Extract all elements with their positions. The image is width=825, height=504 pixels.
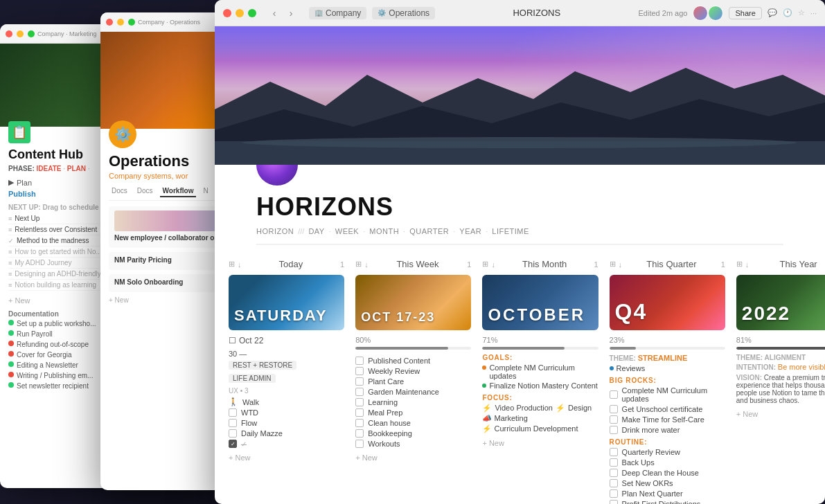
week-progress-fill — [355, 347, 448, 350]
tab-docs1[interactable]: Docs — [109, 186, 130, 197]
tab-ops-label: Operations — [389, 8, 429, 18]
nav-day[interactable]: DAY — [308, 227, 324, 235]
checkbox[interactable] — [355, 419, 364, 427]
routine-plan: Plan Next Quarter — [610, 489, 725, 498]
week-clean-house: Clean house — [355, 419, 471, 427]
focus-3: ⚡ Curriculum Development — [482, 424, 598, 433]
back-button[interactable]: ‹ — [267, 6, 281, 20]
checkbox-checked[interactable]: ✓ — [229, 440, 237, 448]
checkbox[interactable] — [355, 367, 364, 375]
week-garden: Garden Maintenance — [355, 388, 471, 396]
col-week-count: 1 — [467, 260, 471, 269]
checkbox[interactable] — [610, 405, 618, 413]
col-month: ⊞ ↓ This Month 1 OCTOBER 71% GOALS: Comp… — [482, 259, 598, 504]
mid-maximize-btn[interactable] — [128, 19, 135, 26]
main-close-btn[interactable] — [223, 9, 231, 17]
checkbox[interactable] — [355, 429, 364, 438]
tab-docs2[interactable]: Docs — [134, 186, 156, 197]
week-workouts: Workouts — [355, 440, 471, 448]
week-weekly-review: Weekly Review — [355, 367, 471, 375]
nav-quarter[interactable]: QUARTER — [409, 227, 449, 235]
col-quarter-icon[interactable]: ⊞ ↓ — [610, 260, 623, 269]
checkbox[interactable] — [229, 408, 237, 417]
checkbox[interactable] — [355, 440, 364, 448]
checkbox[interactable] — [610, 479, 618, 487]
checkbox[interactable] — [355, 408, 364, 417]
qr-self-care: Make Time for Self-Care — [610, 415, 725, 424]
checkbox[interactable] — [229, 429, 237, 438]
col-today-icon[interactable]: ⊞ ↓ — [229, 260, 242, 269]
back-minimize-btn[interactable] — [17, 30, 24, 37]
checkbox[interactable] — [610, 500, 618, 504]
mountains-svg — [215, 68, 825, 165]
more-icon[interactable]: ··· — [810, 9, 817, 17]
checkbox[interactable] — [610, 415, 618, 424]
mid-close-btn[interactable] — [106, 19, 113, 26]
back-maximize-btn[interactable] — [28, 30, 35, 37]
company-icon: 🏢 — [314, 9, 323, 17]
main-minimize-btn[interactable] — [236, 9, 244, 17]
nav-year[interactable]: YEAR — [459, 227, 481, 235]
week-plant-care: Plant Care — [355, 377, 471, 386]
main-maximize-btn[interactable] — [248, 9, 256, 17]
avatar-1 — [693, 6, 708, 21]
checkbox[interactable] — [229, 419, 237, 427]
month-progress-fill — [482, 347, 565, 350]
back-close-btn[interactable] — [6, 30, 12, 37]
phase-plan[interactable]: PLAN — [67, 165, 86, 172]
month-pct: 71% — [482, 336, 598, 344]
tab-operations[interactable]: ⚙️ Operations — [372, 7, 435, 19]
col-today-header: ⊞ ↓ Today 1 — [229, 259, 344, 269]
checkbox[interactable] — [610, 426, 618, 434]
forward-button[interactable]: › — [284, 6, 298, 20]
checkbox[interactable] — [610, 448, 618, 456]
checkbox[interactable] — [610, 458, 618, 467]
week-add-new[interactable]: + New — [355, 453, 471, 462]
qr-complete-nm: Complete NM Curriculum updates — [610, 386, 725, 403]
nav-week[interactable]: WEEK — [335, 227, 359, 235]
tab-n[interactable]: N — [200, 186, 211, 197]
col-year: ⊞ ↓ This Year 1 2022 81% THEME: ALIGNMEN… — [736, 259, 825, 504]
toolbar-icon-1[interactable]: 💬 — [768, 8, 777, 17]
col-month-count: 1 — [594, 260, 598, 269]
today-date: ☐Oct 22 — [229, 336, 344, 345]
tab-company[interactable]: 🏢 Company — [309, 7, 366, 19]
checkbox[interactable] — [355, 388, 364, 396]
nav-lifetime[interactable]: LIFETIME — [492, 227, 529, 235]
routine-profit: Profit First Distributions — [610, 500, 725, 504]
checkbox[interactable] — [610, 489, 618, 498]
nav-month[interactable]: MONTH — [369, 227, 399, 235]
checklist-daily: Daily Mazze — [229, 429, 344, 438]
tab-workflow[interactable]: Workflow — [160, 186, 197, 197]
today-card-image: SATURDAY — [229, 275, 344, 330]
checkbox[interactable] — [355, 377, 364, 386]
window-main: ‹ › 🏢 Company ⚙️ Operations HORIZONS Edi… — [215, 0, 825, 504]
mid-minimize-btn[interactable] — [117, 19, 124, 26]
page-title: HORIZONS — [256, 192, 783, 222]
share-button[interactable]: Share — [729, 7, 761, 19]
edited-label: Edited 2m ago — [639, 9, 688, 17]
phase-ideate[interactable]: IDEATE — [37, 165, 62, 172]
checkbox[interactable] — [610, 390, 618, 399]
col-month-icon[interactable]: ⊞ ↓ — [482, 260, 495, 269]
year-progress-fill — [736, 347, 825, 350]
toolbar-icon-2[interactable]: 🕐 — [783, 8, 792, 17]
today-add-new[interactable]: + New — [229, 453, 344, 462]
checkbox[interactable] — [355, 357, 364, 365]
today-number: 30 — — [229, 350, 344, 358]
quarter-progress-fill — [610, 347, 636, 350]
col-year-icon[interactable]: ⊞ ↓ — [736, 260, 749, 269]
col-today: ⊞ ↓ Today 1 SATURDAY ☐Oct 22 30 — REST +… — [229, 259, 344, 504]
big-rocks-label: BIG ROCKS: — [610, 377, 725, 384]
reviews-item: Reviews — [610, 364, 725, 372]
nav-horizon[interactable]: HORIZON — [256, 227, 294, 235]
star-icon[interactable]: ☆ — [798, 8, 805, 17]
ops-icon: ⚙️ — [378, 9, 386, 17]
col-week-icon[interactable]: ⊞ ↓ — [355, 260, 369, 269]
checkbox[interactable] — [610, 469, 618, 477]
checkbox[interactable] — [355, 398, 364, 406]
month-add-new[interactable]: + New — [482, 439, 598, 447]
year-add-new[interactable]: + New — [736, 410, 825, 418]
routine-label: ROUTINE: — [610, 438, 725, 446]
back-traffic-lights — [6, 30, 35, 37]
